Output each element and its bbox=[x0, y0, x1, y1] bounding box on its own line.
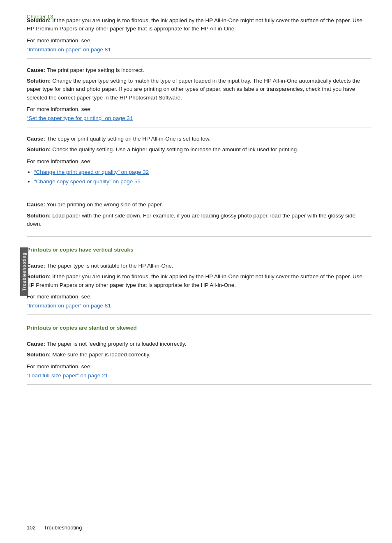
section-block-3: Cause: The copy or print quality setting… bbox=[27, 127, 371, 193]
section2-heading: Printouts or copies have vertical streak… bbox=[27, 247, 371, 253]
s2-cause-text-1: Cause: The paper type is not suitable fo… bbox=[27, 262, 371, 270]
cause-bold-4: Cause: bbox=[27, 201, 45, 208]
for-more-1: For more information, see: bbox=[27, 37, 371, 45]
solution-text-4: Solution: Load paper with the print side… bbox=[27, 212, 371, 229]
footer-label: Troubleshooting bbox=[44, 525, 82, 531]
page-number: 102 bbox=[27, 525, 36, 531]
section2-heading-block: Printouts or copies have vertical streak… bbox=[27, 237, 371, 260]
bullet-item-print-speed: “Change the print speed or quality” on p… bbox=[34, 168, 371, 176]
link-info-paper-1[interactable]: “Information on paper” on page 81 bbox=[27, 46, 111, 53]
bullet-list-3: “Change the print speed or quality” on p… bbox=[34, 168, 371, 186]
solution-bold-4: Solution: bbox=[27, 213, 51, 219]
link-print-speed[interactable]: “Change the print speed or quality” on p… bbox=[34, 169, 149, 175]
s3-solution-text-1: Solution: Make sure the paper is loaded … bbox=[27, 351, 371, 359]
side-tab: Troubleshooting bbox=[20, 247, 28, 296]
solution-text-3: Solution: Check the quality setting. Use… bbox=[27, 146, 371, 154]
cause-text-3: Cause: The copy or print quality setting… bbox=[27, 135, 371, 143]
for-more-3: For more information, see: bbox=[27, 157, 371, 166]
cause-bold-3: Cause: bbox=[27, 136, 45, 142]
main-content: Solution: If the paper you are using is … bbox=[27, 0, 371, 385]
s3-cause-bold-1: Cause: bbox=[27, 341, 45, 347]
s2-solution-bold-1: Solution: bbox=[27, 273, 51, 280]
cause-text-4: Cause: You are printing on the wrong sid… bbox=[27, 201, 371, 209]
section3-heading: Printouts or copies are slanted or skewe… bbox=[27, 325, 371, 331]
link-copy-speed[interactable]: “Change copy speed or quality” on page 5… bbox=[34, 178, 141, 185]
link-info-paper-2[interactable]: “Information on paper” on page 81 bbox=[27, 303, 111, 309]
s3-for-more-1: For more information, see: bbox=[27, 363, 371, 371]
link-load-full-size-paper[interactable]: “Load full-size paper” on page 21 bbox=[27, 372, 108, 379]
section2-block-1: Cause: The paper type is not suitable fo… bbox=[27, 260, 371, 315]
page-container: Troubleshooting Chapter 13 Solution: If … bbox=[0, 0, 392, 543]
s3-solution-bold-1: Solution: bbox=[27, 351, 51, 358]
bullet-item-copy-speed: “Change copy speed or quality” on page 5… bbox=[34, 178, 371, 186]
s2-for-more-1: For more information, see: bbox=[27, 293, 371, 301]
s2-solution-text-1: Solution: If the paper you are using is … bbox=[27, 273, 371, 289]
solution-bold-2: Solution: bbox=[27, 78, 51, 84]
solution-bold-3: Solution: bbox=[27, 146, 51, 153]
chapter-label: Chapter 13 bbox=[27, 14, 53, 20]
section3-block-1: Cause: The paper is not feeding properly… bbox=[27, 338, 371, 385]
cause-bold-2: Cause: bbox=[27, 67, 45, 73]
section-block-2: Cause: The print paper type setting is i… bbox=[27, 59, 371, 127]
section3-heading-block: Printouts or copies are slanted or skewe… bbox=[27, 315, 371, 338]
section-block-1: Solution: If the paper you are using is … bbox=[27, 12, 371, 59]
s2-cause-bold-1: Cause: bbox=[27, 263, 45, 269]
s3-cause-text-1: Cause: The paper is not feeding properly… bbox=[27, 340, 371, 348]
page-footer: 102 Troubleshooting bbox=[27, 525, 371, 531]
solution-text-2: Solution: Change the paper type setting … bbox=[27, 77, 371, 102]
link-paper-type-printing[interactable]: “Set the paper type for printing” on pag… bbox=[27, 115, 133, 121]
cause-text-2: Cause: The print paper type setting is i… bbox=[27, 66, 371, 74]
section-block-4: Cause: You are printing on the wrong sid… bbox=[27, 193, 371, 237]
solution-text-1: Solution: If the paper you are using is … bbox=[27, 16, 371, 33]
for-more-2: For more information, see: bbox=[27, 105, 371, 113]
